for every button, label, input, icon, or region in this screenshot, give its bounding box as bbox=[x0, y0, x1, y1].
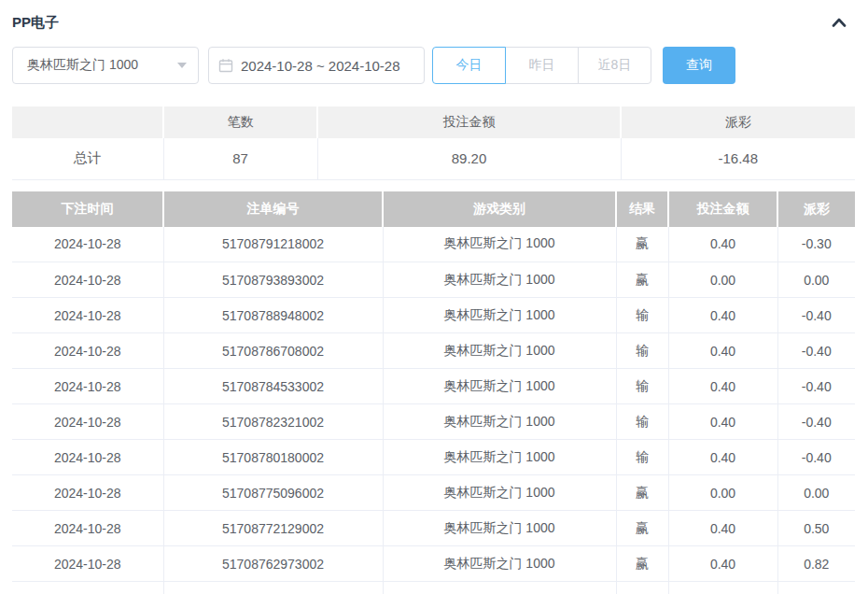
header-payout: 派彩 bbox=[777, 191, 855, 227]
summary-table: 笔数 投注金额 派彩 总计 87 89.20 -16.48 bbox=[12, 106, 855, 180]
order-id-cell: 51708784533002 bbox=[163, 369, 383, 404]
order-id-cell: 51708782321002 bbox=[163, 404, 383, 440]
payout-cell: 0.00 bbox=[777, 262, 855, 298]
table-row-partial bbox=[12, 582, 855, 594]
bet-time-cell: 2024-10-28 bbox=[12, 298, 163, 333]
order-id-cell: 51708786708002 bbox=[163, 333, 383, 369]
bet-time-cell: 2024-10-28 bbox=[12, 333, 163, 369]
order-id-cell bbox=[163, 582, 383, 594]
result-cell: 输 bbox=[616, 440, 668, 475]
game-category-cell bbox=[383, 582, 616, 594]
query-button[interactable]: 查询 bbox=[663, 47, 735, 84]
chevron-up-icon[interactable] bbox=[829, 12, 849, 33]
date-range-input[interactable]: 2024-10-28 ~ 2024-10-28 bbox=[208, 47, 425, 84]
bets-header-row: 下注时间 注单编号 游戏类别 结果 投注金额 派彩 bbox=[12, 191, 855, 227]
game-category-cell: 奥林匹斯之门 1000 bbox=[383, 333, 616, 369]
result-cell: 赢 bbox=[616, 511, 668, 546]
header-order-id: 注单编号 bbox=[163, 191, 383, 227]
summary-total-row: 总计 87 89.20 -16.48 bbox=[12, 138, 855, 179]
bet-amount-cell: 0.00 bbox=[668, 262, 777, 298]
summary-header-count: 笔数 bbox=[163, 106, 317, 138]
summary-payout-value: -16.48 bbox=[621, 138, 855, 179]
table-row: 2024-10-2851708784533002奥林匹斯之门 1000输0.40… bbox=[12, 369, 855, 404]
calendar-icon bbox=[218, 58, 233, 73]
bet-amount-cell: 0.40 bbox=[668, 404, 777, 440]
bets-table: 下注时间 注单编号 游戏类别 结果 投注金额 派彩 2024-10-285170… bbox=[12, 191, 855, 594]
game-category-cell: 奥林匹斯之门 1000 bbox=[383, 262, 616, 298]
result-cell: 输 bbox=[616, 369, 668, 404]
result-cell: 赢 bbox=[616, 227, 668, 262]
table-row: 2024-10-2851708793893002奥林匹斯之门 1000赢0.00… bbox=[12, 262, 855, 298]
bet-time-cell: 2024-10-28 bbox=[12, 546, 163, 582]
header-result: 结果 bbox=[616, 191, 668, 227]
bet-amount-cell: 0.40 bbox=[668, 546, 777, 582]
payout-cell: 0.00 bbox=[777, 475, 855, 511]
table-row: 2024-10-2851708772129002奥林匹斯之门 1000赢0.40… bbox=[12, 511, 855, 546]
payout-cell: 0.82 bbox=[777, 546, 855, 582]
bet-amount-cell: 0.40 bbox=[668, 333, 777, 369]
date-range-value: 2024-10-28 ~ 2024-10-28 bbox=[241, 58, 400, 74]
payout-cell: -0.30 bbox=[777, 227, 855, 262]
game-category-cell: 奥林匹斯之门 1000 bbox=[383, 227, 616, 262]
order-id-cell: 51708762973002 bbox=[163, 546, 383, 582]
order-id-cell: 51708791218002 bbox=[163, 227, 383, 262]
header-bet-amount: 投注金额 bbox=[668, 191, 777, 227]
result-cell: 赢 bbox=[616, 546, 668, 582]
result-cell bbox=[616, 582, 668, 594]
bet-amount-cell: 0.00 bbox=[668, 475, 777, 511]
quick-date-button[interactable]: 昨日 bbox=[505, 47, 579, 84]
order-id-cell: 51708788948002 bbox=[163, 298, 383, 333]
game-select[interactable]: 奥林匹斯之门 1000 bbox=[12, 47, 199, 84]
bet-time-cell: 2024-10-28 bbox=[12, 511, 163, 546]
bet-amount-cell: 0.40 bbox=[668, 511, 777, 546]
table-row: 2024-10-2851708786708002奥林匹斯之门 1000输0.40… bbox=[12, 333, 855, 369]
bet-amount-cell: 0.40 bbox=[668, 369, 777, 404]
table-row: 2024-10-2851708775096002奥林匹斯之门 1000赢0.00… bbox=[12, 475, 855, 511]
game-select-value: 奥林匹斯之门 1000 bbox=[27, 57, 138, 74]
bet-time-cell: 2024-10-28 bbox=[12, 440, 163, 475]
table-row: 2024-10-2851708788948002奥林匹斯之门 1000输0.40… bbox=[12, 298, 855, 333]
bet-amount-cell: 0.40 bbox=[668, 440, 777, 475]
quick-date-button[interactable]: 今日 bbox=[432, 47, 506, 84]
result-cell: 输 bbox=[616, 404, 668, 440]
pp-electronics-panel: PP电子 奥林匹斯之门 1000 2024-10-28 ~ 2024-10-28 bbox=[0, 0, 868, 594]
filter-controls: 奥林匹斯之门 1000 2024-10-28 ~ 2024-10-28 今日昨日… bbox=[12, 47, 855, 84]
game-category-cell: 奥林匹斯之门 1000 bbox=[383, 298, 616, 333]
result-cell: 输 bbox=[616, 298, 668, 333]
bet-time-cell: 2024-10-28 bbox=[12, 227, 163, 262]
summary-header-empty bbox=[12, 106, 163, 138]
bet-amount-cell: 0.40 bbox=[668, 227, 777, 262]
quick-date-buttons: 今日昨日近8日 bbox=[432, 47, 651, 84]
table-row: 2024-10-2851708762973002奥林匹斯之门 1000赢0.40… bbox=[12, 546, 855, 582]
payout-cell: -0.40 bbox=[777, 440, 855, 475]
table-row: 2024-10-2851708782321002奥林匹斯之门 1000输0.40… bbox=[12, 404, 855, 440]
order-id-cell: 51708772129002 bbox=[163, 511, 383, 546]
order-id-cell: 51708793893002 bbox=[163, 262, 383, 298]
game-category-cell: 奥林匹斯之门 1000 bbox=[383, 369, 616, 404]
game-category-cell: 奥林匹斯之门 1000 bbox=[383, 511, 616, 546]
bet-time-cell: 2024-10-28 bbox=[12, 369, 163, 404]
game-category-cell: 奥林匹斯之门 1000 bbox=[383, 475, 616, 511]
payout-cell: 0.50 bbox=[777, 511, 855, 546]
payout-cell: -0.40 bbox=[777, 298, 855, 333]
result-cell: 赢 bbox=[616, 475, 668, 511]
quick-date-button[interactable]: 近8日 bbox=[578, 47, 651, 84]
game-category-cell: 奥林匹斯之门 1000 bbox=[383, 546, 616, 582]
result-cell: 赢 bbox=[616, 262, 668, 298]
summary-count-value: 87 bbox=[163, 138, 317, 179]
table-row: 2024-10-2851708791218002奥林匹斯之门 1000赢0.40… bbox=[12, 227, 855, 262]
summary-header-row: 笔数 投注金额 派彩 bbox=[12, 106, 855, 138]
panel-header: PP电子 bbox=[12, 0, 855, 39]
payout-cell: -0.40 bbox=[777, 404, 855, 440]
chevron-down-icon bbox=[177, 63, 187, 68]
payout-cell: -0.40 bbox=[777, 333, 855, 369]
order-id-cell: 51708775096002 bbox=[163, 475, 383, 511]
order-id-cell: 51708780180002 bbox=[163, 440, 383, 475]
summary-total-label: 总计 bbox=[12, 138, 163, 179]
summary-bet-amount-value: 89.20 bbox=[317, 138, 621, 179]
bet-amount-cell bbox=[668, 582, 777, 594]
bet-time-cell: 2024-10-28 bbox=[12, 475, 163, 511]
summary-header-bet-amount: 投注金额 bbox=[317, 106, 621, 138]
game-category-cell: 奥林匹斯之门 1000 bbox=[383, 404, 616, 440]
header-game-category: 游戏类别 bbox=[383, 191, 616, 227]
